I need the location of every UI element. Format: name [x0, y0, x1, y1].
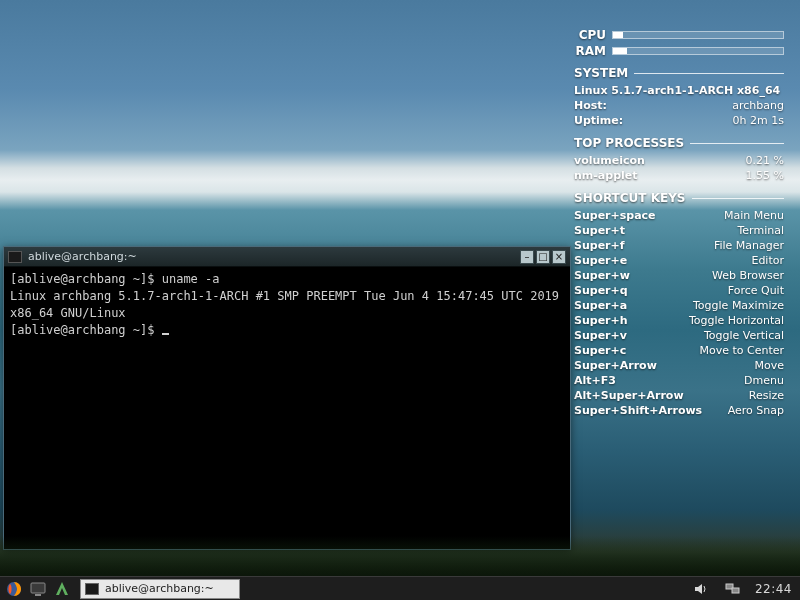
svg-rect-1 — [31, 583, 45, 593]
ram-bar — [612, 47, 784, 55]
clock[interactable]: 22:44 — [755, 582, 792, 596]
top-processes-list: volumeicon0.21 %nm-applet1.55 % — [574, 153, 784, 183]
shortcut-row: Super+hToggle Horizontal — [574, 313, 784, 328]
shortcut-row: Alt+Super+ArrowResize — [574, 388, 784, 403]
ram-meter: RAM — [574, 44, 784, 58]
svg-rect-4 — [732, 588, 739, 593]
process-row: volumeicon0.21 % — [574, 153, 784, 168]
shortcut-row: Super+fFile Manager — [574, 238, 784, 253]
window-title: ablive@archbang:~ — [28, 250, 518, 263]
archbang-launcher[interactable] — [52, 579, 72, 599]
system-info-panel: CPU RAM SYSTEM Linux 5.1.7-arch1-1-ARCH … — [574, 28, 784, 418]
ram-bar-fill — [613, 48, 627, 54]
shortcut-row: Super+Shift+ArrowsAero Snap — [574, 403, 784, 418]
monitor-launcher[interactable] — [28, 579, 48, 599]
cpu-bar-fill — [613, 32, 623, 38]
terminal-icon — [85, 583, 99, 595]
shortcut-row: Super+wWeb Browser — [574, 268, 784, 283]
svg-rect-2 — [35, 594, 41, 596]
network-icon[interactable] — [723, 579, 743, 599]
shortcut-row: Super+vToggle Vertical — [574, 328, 784, 343]
cpu-meter: CPU — [574, 28, 784, 42]
terminal-window[interactable]: ablive@archbang:~ – □ × [ablive@archbang… — [3, 246, 571, 550]
maximize-button[interactable]: □ — [536, 250, 550, 264]
volume-icon[interactable] — [691, 579, 711, 599]
taskbar[interactable]: ablive@archbang:~ 22:44 — [0, 576, 800, 600]
kernel-line: Linux 5.1.7-arch1-1-ARCH x86_64 — [574, 83, 784, 98]
shortcut-row: Super+aToggle Maximize — [574, 298, 784, 313]
shortcut-keys-list: Super+spaceMain MenuSuper+tTerminalSuper… — [574, 208, 784, 418]
system-header: SYSTEM — [574, 66, 784, 80]
minimize-button[interactable]: – — [520, 250, 534, 264]
window-titlebar[interactable]: ablive@archbang:~ – □ × — [4, 247, 570, 267]
shortcut-row: Super+qForce Quit — [574, 283, 784, 298]
system-tray: 22:44 — [691, 579, 792, 599]
terminal-body[interactable]: [ablive@archbang ~]$ uname -a Linux arch… — [4, 267, 570, 343]
cpu-label: CPU — [574, 28, 606, 42]
terminal-icon — [8, 251, 22, 263]
taskbar-item-terminal[interactable]: ablive@archbang:~ — [80, 579, 240, 599]
ram-label: RAM — [574, 44, 606, 58]
process-row: nm-applet1.55 % — [574, 168, 784, 183]
uptime-line: Uptime: 0h 2m 1s — [574, 113, 784, 128]
cpu-bar — [612, 31, 784, 39]
close-button[interactable]: × — [552, 250, 566, 264]
host-line: Host: archbang — [574, 98, 784, 113]
shortcut-row: Super+eEditor — [574, 253, 784, 268]
shortcut-keys-header: SHORTCUT KEYS — [574, 191, 784, 205]
taskbar-item-label: ablive@archbang:~ — [105, 582, 214, 595]
firefox-launcher[interactable] — [4, 579, 24, 599]
terminal-cursor — [162, 333, 169, 335]
shortcut-row: Super+ArrowMove — [574, 358, 784, 373]
shortcut-row: Super+spaceMain Menu — [574, 208, 784, 223]
shortcut-row: Alt+F3Dmenu — [574, 373, 784, 388]
top-processes-header: TOP PROCESSES — [574, 136, 784, 150]
shortcut-row: Super+cMove to Center — [574, 343, 784, 358]
shortcut-row: Super+tTerminal — [574, 223, 784, 238]
